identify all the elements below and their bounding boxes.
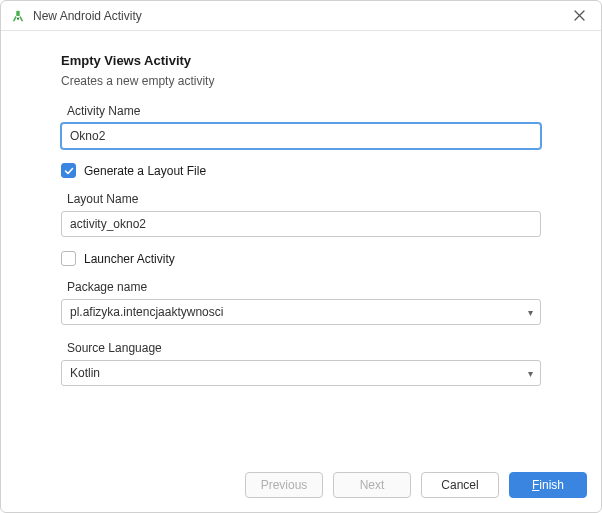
source-language-label: Source Language [67,341,541,355]
source-language-select[interactable] [61,360,541,386]
layout-name-input[interactable] [61,211,541,237]
page-subtitle: Creates a new empty activity [61,74,541,88]
close-icon[interactable] [568,6,591,26]
cancel-button[interactable]: Cancel [421,472,499,498]
dialog-content: Empty Views Activity Creates a new empty… [1,31,601,462]
package-name-combobox[interactable] [61,299,541,325]
next-button[interactable]: Next [333,472,411,498]
titlebar: New Android Activity [1,1,601,31]
launcher-activity-label: Launcher Activity [84,252,175,266]
svg-rect-0 [16,10,20,15]
window-title: New Android Activity [25,9,568,23]
svg-point-1 [17,17,19,19]
button-bar: Previous Next Cancel Finish [1,462,601,512]
dialog-window: New Android Activity Empty Views Activit… [0,0,602,513]
generate-layout-label: Generate a Layout File [84,164,206,178]
android-studio-icon [11,9,25,23]
generate-layout-checkbox[interactable] [61,163,76,178]
finish-button[interactable]: Finish [509,472,587,498]
activity-name-input[interactable] [61,123,541,149]
launcher-activity-checkbox[interactable] [61,251,76,266]
layout-name-label: Layout Name [67,192,541,206]
package-name-label: Package name [67,280,541,294]
page-title: Empty Views Activity [61,53,541,68]
previous-button[interactable]: Previous [245,472,323,498]
activity-name-label: Activity Name [67,104,541,118]
